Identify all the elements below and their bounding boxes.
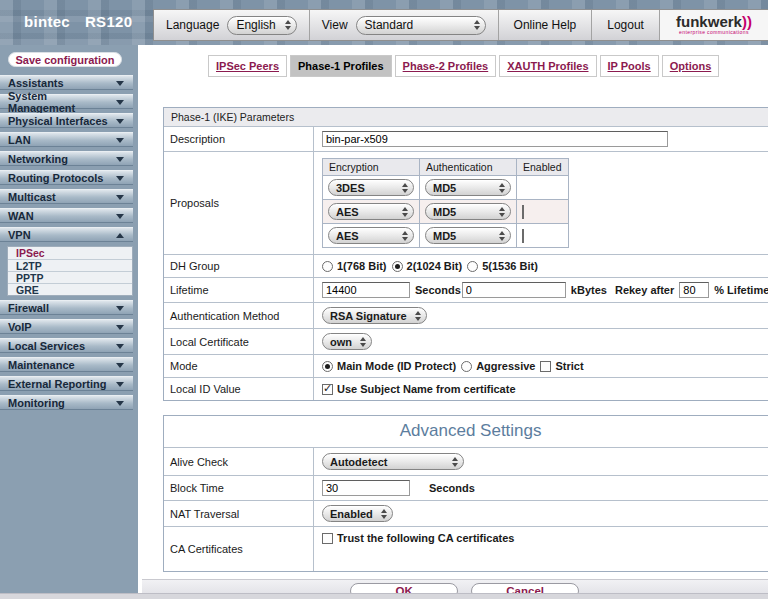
proposal-row: 3DES MD5: [323, 176, 569, 200]
nat-traversal-select[interactable]: Enabled: [322, 505, 393, 522]
authentication-select-1[interactable]: MD5: [425, 179, 511, 196]
column-header: Encryption: [323, 159, 420, 176]
tab-ipsec-peers[interactable]: IPSec Peers: [208, 55, 287, 77]
sidebar-nav: Save configuration Assistants System Man…: [0, 45, 138, 599]
select-stepper-icon: [360, 337, 366, 347]
sidebar-item-l2tp[interactable]: L2TP: [8, 259, 132, 271]
checkbox-icon: [540, 361, 551, 372]
field-label: Description: [164, 127, 314, 151]
header-toolbar: Language English View Standard Online He…: [153, 9, 768, 41]
rekey-percent-input[interactable]: [679, 282, 709, 298]
encryption-select-2[interactable]: AES: [328, 203, 414, 220]
chevron-up-icon: [116, 233, 124, 238]
trust-ca-certificates-checkbox[interactable]: Trust the following CA certificates: [322, 532, 514, 544]
sidebar-item-ipsec[interactable]: IPSec: [8, 247, 132, 259]
chevron-down-icon: [116, 195, 124, 200]
authentication-method-select[interactable]: RSA Signature: [322, 307, 427, 324]
proposal-enabled-checkbox-3[interactable]: [522, 229, 524, 243]
tab-options[interactable]: Options: [662, 55, 720, 77]
sidebar-item-vpn[interactable]: VPN: [0, 227, 133, 242]
block-time-input[interactable]: [322, 480, 410, 496]
field-label: Mode: [164, 355, 314, 377]
save-configuration-button[interactable]: Save configuration: [8, 52, 122, 67]
funkwerk-logo: funkwerk)) enterprise communications: [660, 10, 768, 40]
use-subject-name-checkbox[interactable]: Use Subject Name from certificate: [322, 383, 516, 395]
chevron-down-icon: [116, 176, 124, 181]
mode-main-mode-radio[interactable]: Main Mode (ID Protect): [322, 360, 456, 372]
proposal-enabled-checkbox-2[interactable]: [522, 205, 524, 219]
logout-button[interactable]: Logout: [592, 10, 660, 40]
radio-icon: [322, 261, 333, 272]
sidebar-item-lan[interactable]: LAN: [0, 132, 133, 147]
authentication-select-3[interactable]: MD5: [425, 227, 511, 244]
sidebar-item-monitoring[interactable]: Monitoring: [0, 395, 133, 410]
view-value: Standard: [365, 18, 414, 32]
field-label: Proposals: [164, 152, 314, 254]
select-stepper-icon: [402, 207, 408, 217]
tab-phase-1-profiles[interactable]: Phase-1 Profiles: [290, 55, 392, 77]
select-stepper-icon: [402, 231, 408, 241]
tab-ip-pools[interactable]: IP Pools: [600, 55, 659, 77]
sidebar-item-maintenance[interactable]: Maintenance: [0, 357, 133, 372]
sidebar-item-system-management[interactable]: System Management: [0, 94, 133, 109]
sidebar-item-voip[interactable]: VoIP: [0, 319, 133, 334]
sidebar-item-local-services[interactable]: Local Services: [0, 338, 133, 353]
advanced-settings-title: Advanced Settings: [164, 416, 768, 447]
chevron-down-icon: [116, 138, 124, 143]
lifetime-kbytes-input[interactable]: [462, 282, 566, 298]
dh-group-radio-768[interactable]: 1(768 Bit): [322, 260, 387, 272]
lifetime-seconds-input[interactable]: [322, 282, 410, 298]
sidebar-item-physical-interfaces[interactable]: Physical Interfaces: [0, 113, 133, 128]
alive-check-select[interactable]: Autodetect: [322, 453, 464, 470]
mode-strict-checkbox[interactable]: Strict: [540, 360, 583, 372]
sidebar-item-external-reporting[interactable]: External Reporting: [0, 376, 133, 391]
block-time-unit-label: Seconds: [429, 482, 475, 494]
rekey-after-label: Rekey after: [615, 284, 674, 296]
chevron-down-icon: [116, 344, 124, 349]
mode-aggressive-radio[interactable]: Aggressive: [461, 360, 535, 372]
field-label: Local Certificate: [164, 329, 314, 354]
view-select[interactable]: Standard: [356, 16, 486, 35]
chevron-down-icon: [116, 81, 124, 86]
sidebar-item-multicast[interactable]: Multicast: [0, 189, 133, 204]
chevron-down-icon: [116, 306, 124, 311]
select-stepper-icon: [285, 20, 291, 30]
ca-certificates-row: CA Certificates Trust the following CA c…: [164, 526, 768, 571]
lifetime-row: Lifetime Seconds kBytes Rekey after % Li…: [164, 277, 768, 302]
sidebar-item-firewall[interactable]: Firewall: [0, 300, 133, 315]
field-label: Block Time: [164, 476, 314, 500]
tab-xauth-profiles[interactable]: XAUTH Profiles: [499, 55, 596, 77]
online-help-button[interactable]: Online Help: [499, 10, 593, 40]
sidebar-item-wan[interactable]: WAN: [0, 208, 133, 223]
select-stepper-icon: [452, 457, 458, 467]
select-stepper-icon: [499, 183, 505, 193]
column-header: Authentication: [420, 159, 517, 176]
sidebar-item-assistants[interactable]: Assistants: [0, 75, 133, 90]
encryption-select-1[interactable]: 3DES: [328, 179, 414, 196]
dh-group-radio-1024[interactable]: 2(1024 Bit): [392, 260, 463, 272]
chevron-down-icon: [116, 382, 124, 387]
authentication-method-row: Authentication Method RSA Signature: [164, 302, 768, 328]
select-stepper-icon: [499, 207, 505, 217]
description-input[interactable]: [322, 131, 668, 147]
radio-icon: [467, 261, 478, 272]
language-select[interactable]: English: [227, 16, 296, 35]
encryption-select-3[interactable]: AES: [328, 227, 414, 244]
proposal-row: AES MD5: [323, 224, 569, 248]
authentication-select-2[interactable]: MD5: [425, 203, 511, 220]
brand-name: bintec: [24, 13, 70, 30]
sidebar-item-gre[interactable]: GRE: [8, 283, 132, 295]
sidebar-item-networking[interactable]: Networking: [0, 151, 133, 166]
view-label: View: [322, 18, 348, 32]
alive-check-row: Alive Check Autodetect: [164, 447, 768, 475]
advanced-settings-section: Advanced Settings Alive Check Autodetect…: [163, 415, 768, 572]
kbytes-unit-label: kBytes: [571, 284, 607, 296]
bottom-strip: [0, 593, 768, 599]
local-certificate-select[interactable]: own: [322, 333, 372, 350]
chevron-down-icon: [116, 363, 124, 368]
sidebar-item-routing-protocols[interactable]: Routing Protocols: [0, 170, 133, 185]
sidebar-item-pptp[interactable]: PPTP: [8, 271, 132, 283]
checkbox-icon: [322, 533, 333, 544]
tab-phase-2-profiles[interactable]: Phase-2 Profiles: [395, 55, 497, 77]
dh-group-radio-1536[interactable]: 5(1536 Bit): [467, 260, 538, 272]
